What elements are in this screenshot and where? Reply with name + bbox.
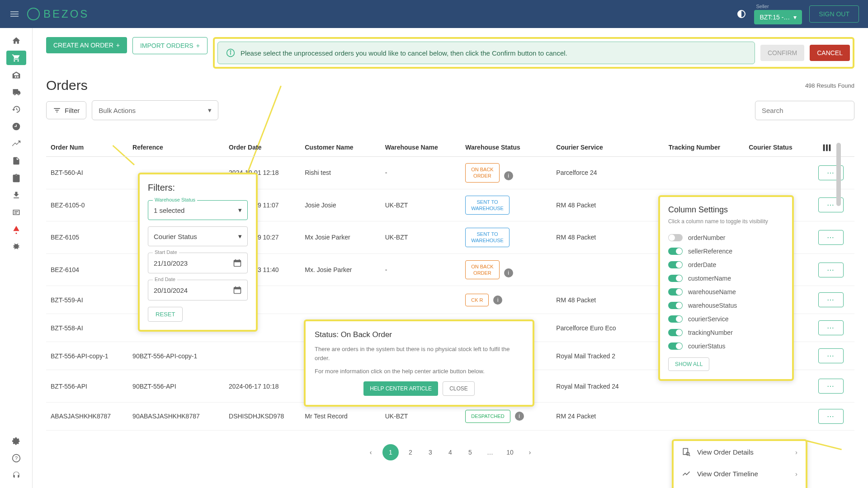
info-icon	[226, 48, 235, 57]
page-10[interactable]: 10	[502, 444, 518, 460]
row-actions-button[interactable]: ⋯	[818, 348, 844, 363]
info-icon[interactable]: i	[515, 412, 524, 421]
sidebar-alert[interactable]	[6, 222, 26, 237]
cell-ref: 90BZT-556-API	[128, 370, 224, 403]
search-input[interactable]	[755, 101, 854, 120]
cell-ref: 90ABASJASHKHK8787	[128, 402, 224, 430]
columns-icon[interactable]	[822, 143, 832, 153]
bulk-actions-dropdown[interactable]: Bulk Actions ▾	[92, 100, 218, 120]
row-actions-button[interactable]: ⋯	[818, 230, 844, 245]
page-5[interactable]: 5	[462, 444, 478, 460]
cell-status: DESPATCHED i	[461, 402, 552, 430]
confirm-button[interactable]: CONFIRM	[760, 45, 804, 61]
cancel-button[interactable]: CANCEL	[810, 45, 850, 61]
col-toggle-sellerReference[interactable]: sellerReference	[668, 244, 784, 258]
import-orders-button[interactable]: IMPORT ORDERS +	[132, 37, 208, 54]
sidebar-document[interactable]	[6, 154, 26, 168]
cancel-banner-highlight: Please select the unprocessed orders you…	[213, 37, 854, 69]
create-order-button[interactable]: CREATE AN ORDER +	[46, 37, 127, 53]
status-chip: DESPATCHED	[465, 410, 510, 422]
sidebar-shipping[interactable]	[6, 85, 26, 99]
sidebar-download[interactable]	[6, 188, 26, 202]
info-icon[interactable]: i	[504, 171, 513, 180]
page-next[interactable]: ›	[522, 444, 538, 460]
info-icon[interactable]: i	[504, 268, 513, 277]
filter-button[interactable]: Filter	[46, 101, 86, 119]
sidebar: ?	[0, 28, 33, 488]
signout-button[interactable]: SIGN OUT	[809, 5, 859, 23]
seller-dropdown[interactable]: BZT:15 -… ▾	[754, 10, 802, 24]
page-…[interactable]: …	[482, 444, 498, 460]
col-toggle-customerName[interactable]: customerName	[668, 272, 784, 285]
banner-text: Please select the unprocessed orders you…	[241, 49, 567, 57]
logo-icon	[27, 8, 40, 20]
reset-button[interactable]: RESET	[148, 307, 183, 322]
row-actions-button[interactable]: ⋯	[818, 320, 844, 335]
app-header: BEZOS Seller BZT:15 -… ▾ SIGN OUT	[0, 0, 868, 28]
cell-courier	[552, 253, 664, 286]
sidebar-help[interactable]: ?	[6, 451, 26, 465]
page-2[interactable]: 2	[402, 444, 419, 460]
col-order-date[interactable]: Order Date	[224, 138, 300, 157]
row-actions-button[interactable]: ⋯	[818, 409, 844, 424]
show-all-button[interactable]: SHOW ALL	[668, 357, 709, 371]
sidebar-clock[interactable]	[6, 119, 26, 134]
col-toggle-warehouseStatus[interactable]: warehouseStatus	[668, 299, 784, 312]
row-actions-button[interactable]: ⋯	[818, 292, 844, 307]
courier-status-select[interactable]: Courier Status ▾	[148, 226, 248, 246]
col-customer-name[interactable]: Customer Name	[300, 138, 380, 157]
cell-warehouse	[381, 286, 461, 314]
sidebar-support[interactable]	[6, 468, 26, 483]
col-toggle-warehouseName[interactable]: warehouseName	[668, 285, 784, 299]
col-toggle-orderNumber[interactable]: orderNumber	[668, 231, 784, 244]
cell-courier: RM 48 Packet	[552, 189, 664, 221]
sidebar-settings[interactable]	[6, 434, 26, 448]
status-chip: ON BACKORDER	[465, 260, 500, 280]
col-courier-status[interactable]: Courier Status	[744, 138, 814, 157]
hamburger-icon[interactable]	[9, 9, 20, 19]
sidebar-home[interactable]	[6, 33, 26, 48]
col-order-number[interactable]: Order Num	[46, 138, 128, 157]
sidebar-notes[interactable]	[6, 205, 26, 220]
col-warehouse-status[interactable]: Warehouse Status	[461, 138, 552, 157]
menu-view-order-timeline[interactable]: View Order Timeline›	[674, 463, 806, 484]
tooltip-close-button[interactable]: CLOSE	[443, 381, 475, 396]
sidebar-bug[interactable]	[6, 239, 26, 254]
svg-point-4	[230, 51, 231, 52]
cell-status: ON BACKORDER i	[461, 157, 552, 189]
brand-logo[interactable]: BEZOS	[27, 8, 89, 20]
menu-view-commercial-invoice[interactable]: PDFView Commercial Invoice›	[674, 484, 806, 488]
chevron-right-icon: ›	[795, 470, 797, 478]
cell-customer: Mr Test Record	[300, 402, 380, 430]
vertical-scrollbar[interactable]	[836, 143, 841, 206]
sidebar-clipboard[interactable]	[6, 171, 26, 185]
page-4[interactable]: 4	[442, 444, 458, 460]
info-banner: Please select the unprocessed orders you…	[217, 42, 755, 64]
sidebar-warehouse[interactable]	[6, 68, 26, 82]
info-icon[interactable]: i	[493, 296, 502, 305]
tooltip-line2: For more information click on the help c…	[315, 367, 524, 376]
sidebar-orders[interactable]	[6, 51, 26, 65]
help-article-button[interactable]: HELP CENTER ARTICLE	[363, 381, 438, 396]
row-actions-button[interactable]: ⋯	[818, 263, 844, 277]
col-warehouse-name[interactable]: Warehouse Name	[381, 138, 461, 157]
page-3[interactable]: 3	[422, 444, 439, 460]
col-tracking-number[interactable]: Tracking Number	[664, 138, 744, 157]
col-toggle-courierStatus[interactable]: courierStatus	[668, 339, 784, 353]
menu-view-order-details[interactable]: View Order Details›	[674, 441, 806, 463]
col-toggle-orderDate[interactable]: orderDate	[668, 258, 784, 272]
page-prev[interactable]: ‹	[363, 444, 379, 460]
theme-toggle-icon[interactable]	[736, 9, 747, 19]
col-courier-service[interactable]: Courier Service	[552, 138, 664, 157]
col-toggle-courierService[interactable]: courierService	[668, 312, 784, 326]
seller-label: Seller	[756, 4, 769, 9]
sidebar-analytics[interactable]	[6, 136, 26, 151]
page-1[interactable]: 1	[382, 444, 399, 460]
start-date-input[interactable]: Start Date 21/10/2023	[148, 253, 248, 273]
col-seller-reference[interactable]: Reference	[128, 138, 224, 157]
end-date-input[interactable]: End Date 20/10/2024	[148, 280, 248, 300]
row-actions-button[interactable]: ⋯	[818, 379, 844, 394]
warehouse-status-select[interactable]: Warehouse Status 1 selected ▾	[148, 200, 248, 220]
sidebar-history[interactable]	[6, 102, 26, 117]
col-toggle-trackingNumber[interactable]: trackingNumber	[668, 326, 784, 339]
